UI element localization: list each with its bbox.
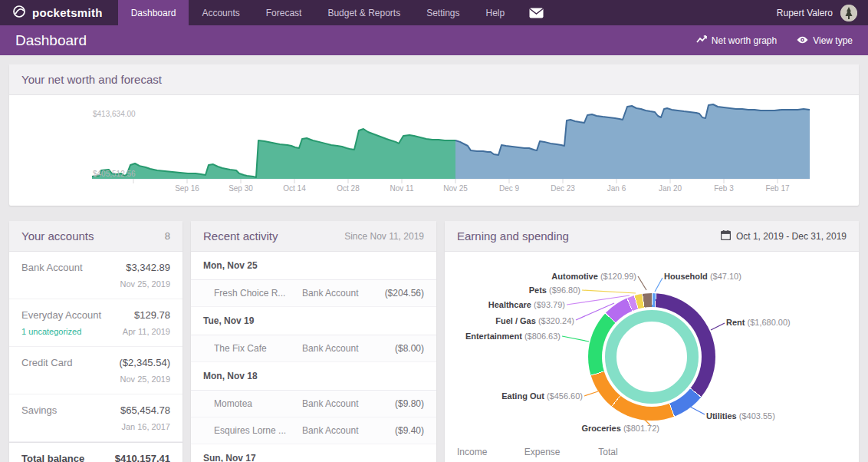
- svg-text:Jan 20: Jan 20: [659, 184, 682, 193]
- nav-item-forecast[interactable]: Forecast: [253, 0, 315, 25]
- date-range-label: Oct 1, 2019 - Dec 31, 2019: [736, 231, 847, 242]
- user-menu[interactable]: Rupert Valero: [777, 0, 868, 25]
- account-name: Bank Account: [21, 262, 83, 273]
- transaction-account: Bank Account: [302, 425, 395, 436]
- account-row[interactable]: Credit Card($2,345.54)Nov 25, 2019: [9, 347, 182, 394]
- transaction-amount: ($9.80): [395, 398, 424, 409]
- account-balance: ($2,345.54): [120, 357, 171, 368]
- page-header: Dashboard Net worth graph View type: [0, 25, 868, 55]
- transaction-row[interactable]: MomoteaBank Account($9.80): [191, 391, 436, 417]
- svg-text:Nov 11: Nov 11: [390, 184, 414, 193]
- date-range-selector[interactable]: Oct 1, 2019 - Dec 31, 2019: [721, 230, 847, 243]
- svg-text:$413,634.00: $413,634.00: [93, 110, 136, 118]
- dashboard-main: Your net worth and forecast Sep 16Sep 30…: [0, 55, 868, 462]
- pocketsmith-logo[interactable]: pocketsmith: [0, 0, 118, 25]
- transaction-amount: ($204.56): [385, 288, 424, 299]
- total-balance-row: Total balance $410,157.41: [9, 442, 182, 462]
- user-name: Rupert Valero: [777, 8, 833, 18]
- svg-text:Jan 6: Jan 6: [607, 184, 626, 193]
- transaction-account: Bank Account: [302, 288, 385, 299]
- transaction-account: Bank Account: [302, 343, 395, 354]
- top-nav: pocketsmith Dashboard Accounts Forecast …: [0, 0, 868, 25]
- uncategorized-link[interactable]: 1 uncategorized: [21, 327, 101, 336]
- activity-date-header: Tue, Nov 19: [191, 307, 436, 335]
- donut-label-pets: Pets ($96.80): [529, 285, 580, 295]
- activity-since-label: Since Nov 11, 2019: [344, 231, 424, 242]
- svg-text:Oct 28: Oct 28: [337, 184, 360, 193]
- summary-total: Total($499.79): [598, 447, 641, 462]
- account-name: Credit Card: [21, 357, 72, 368]
- donut-label-utilities: Utilities ($403.55): [706, 411, 775, 421]
- account-date: Nov 25, 2019: [120, 279, 170, 289]
- accounts-count-badge: 8: [165, 230, 170, 242]
- account-row[interactable]: Everyday Account1 uncategorized$129.78Ap…: [9, 299, 182, 347]
- svg-text:Sep 30: Sep 30: [229, 184, 253, 193]
- transaction-name: Fresh Choice R...: [214, 288, 302, 299]
- account-balance: $3,342.89: [120, 262, 170, 273]
- summary-income: Income$4,499.70: [457, 447, 501, 462]
- transaction-name: Momotea: [214, 398, 302, 409]
- recent-activity-panel: Recent activity Since Nov 11, 2019 Mon, …: [191, 221, 436, 462]
- mail-icon[interactable]: [518, 0, 555, 25]
- donut-label-healthcare: Healthcare ($93.79): [488, 300, 565, 309]
- nav-item-accounts[interactable]: Accounts: [189, 0, 252, 25]
- svg-text:Dec 23: Dec 23: [551, 184, 575, 193]
- total-balance-value: $410,157.41: [115, 453, 170, 462]
- accounts-panel-title: Your accounts: [21, 229, 94, 243]
- svg-text:Dec 9: Dec 9: [499, 184, 520, 193]
- donut-label-rent: Rent ($1,680.00): [726, 318, 791, 327]
- svg-text:Nov 25: Nov 25: [443, 184, 468, 193]
- activity-date-header: Mon, Nov 18: [191, 362, 436, 391]
- nav-item-budget-reports[interactable]: Budget & Reports: [314, 0, 413, 25]
- nav-item-help[interactable]: Help: [473, 0, 518, 25]
- eye-icon: [797, 35, 808, 46]
- brand-name: pocketsmith: [32, 6, 103, 19]
- transaction-row[interactable]: Esquires Lorne ...Bank Account($9.40): [191, 417, 436, 444]
- account-name: Savings: [21, 404, 57, 416]
- account-date: Jan 16, 2017: [120, 422, 170, 431]
- total-balance-label: Total balance: [21, 453, 84, 462]
- transaction-amount: ($9.40): [395, 425, 424, 436]
- donut-connector-lines: [445, 252, 859, 444]
- income-expense-summary: Income$4,499.70Expense($4,999.49)Total($…: [445, 444, 859, 462]
- page-title: Dashboard: [15, 32, 87, 49]
- svg-text:Oct 14: Oct 14: [283, 184, 306, 193]
- net-worth-graph-button[interactable]: Net worth graph: [696, 35, 777, 46]
- activity-date-header: Mon, Nov 25: [191, 252, 436, 280]
- transaction-row[interactable]: The Fix CafeBank Account($8.00): [191, 335, 436, 362]
- transaction-name: The Fix Cafe: [214, 343, 302, 354]
- net-worth-chart[interactable]: Sep 16Sep 30Oct 14Oct 28Nov 11Nov 25Dec …: [9, 95, 859, 206]
- pocketsmith-logo-icon: [12, 5, 26, 21]
- donut-label-eating-out: Eating Out ($456.60): [501, 391, 583, 401]
- summary-expense: Expense($4,999.49): [524, 447, 576, 462]
- svg-text:$405,512.56: $405,512.56: [93, 170, 136, 178]
- transaction-amount: ($8.00): [395, 343, 424, 354]
- account-row[interactable]: Savings$65,454.78Jan 16, 2017: [9, 394, 182, 442]
- account-row[interactable]: Bank Account$3,342.89Nov 25, 2019: [9, 252, 182, 299]
- account-balance: $129.78: [123, 309, 170, 321]
- donut-label-groceries: Groceries ($801.72): [581, 424, 659, 433]
- earning-spending-panel: Earning and spending Oct 1, 2019 - Dec 3…: [445, 221, 859, 462]
- transaction-account: Bank Account: [302, 398, 395, 409]
- svg-text:Feb 17: Feb 17: [765, 184, 790, 193]
- donut-label-household: Household ($47.10): [664, 272, 741, 281]
- avatar[interactable]: [840, 5, 857, 21]
- line-chart-icon: [696, 35, 707, 46]
- donut-label-automotive: Automotive ($120.99): [551, 272, 636, 281]
- account-balance: $65,454.78: [120, 404, 170, 416]
- calendar-icon: [721, 230, 731, 243]
- net-worth-panel: Your net worth and forecast Sep 16Sep 30…: [9, 64, 859, 206]
- account-date: Nov 25, 2019: [120, 375, 171, 384]
- nav-item-dashboard[interactable]: Dashboard: [118, 0, 189, 25]
- nav-item-settings[interactable]: Settings: [413, 0, 472, 25]
- transaction-row[interactable]: Fresh Choice R...Bank Account($204.56): [191, 280, 436, 307]
- svg-text:Feb 3: Feb 3: [714, 184, 734, 193]
- view-type-button[interactable]: View type: [797, 35, 853, 46]
- recent-activity-title: Recent activity: [203, 229, 278, 243]
- net-worth-panel-title: Your net worth and forecast: [21, 73, 162, 86]
- donut-label-fuel-gas: Fuel / Gas ($320.24): [495, 316, 574, 325]
- donut-label-entertainment: Entertainment ($806.63): [465, 332, 561, 341]
- svg-text:Sep 16: Sep 16: [175, 184, 199, 193]
- account-date: Apr 11, 2019: [123, 327, 170, 336]
- activity-date-header: Sun, Nov 17: [191, 444, 436, 462]
